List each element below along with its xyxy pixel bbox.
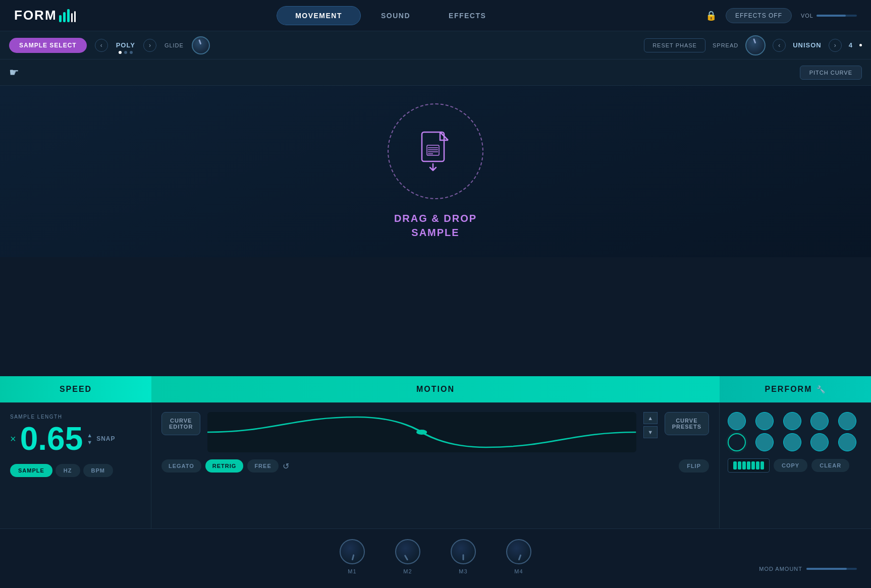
clear-button[interactable]: CLEAR (811, 459, 849, 472)
speed-arrows: ▲ ▼ (87, 433, 92, 445)
pad-1-3[interactable] (783, 412, 801, 430)
mod-m3: M3 (451, 539, 476, 574)
curve-display (207, 412, 636, 452)
unison-label: UNISON (793, 41, 822, 49)
pad-2-3[interactable] (783, 433, 801, 451)
sample-length-label: SAMPLE LENGTH (10, 414, 141, 420)
mode-buttons: SAMPLE HZ BPM (10, 464, 141, 477)
seg-bar-6 (756, 461, 759, 469)
glide-label: GLIDE (165, 42, 184, 48)
seg-bar-1 (733, 461, 737, 469)
mod-m1: M1 (340, 539, 365, 574)
logo-bar-5 (74, 11, 76, 22)
top-right-controls: 🔒 EFFECTS OFF VOL (705, 8, 857, 23)
poly-prev-button[interactable]: ‹ (95, 39, 108, 52)
snap-button[interactable]: SNAP (96, 435, 115, 442)
pad-1-1[interactable] (728, 412, 746, 430)
mod-m4: M4 (506, 539, 531, 574)
top-bar: FORM MOVEMENT SOUND EFFECTS 🔒 EFFECTS OF… (0, 0, 871, 31)
seg-bar-4 (747, 461, 750, 469)
bottom-section: SPEED MOTION PERFORM 🔧 SAMPLE LENGTH × 0… (0, 376, 871, 588)
sample-select-button[interactable]: SAMPLE SELECT (9, 38, 87, 53)
speed-value: 0.65 (20, 423, 83, 455)
tab-movement[interactable]: MOVEMENT (277, 6, 361, 25)
tab-sound[interactable]: SOUND (363, 6, 428, 25)
perform-bottom: COPY CLEAR (728, 458, 863, 473)
svg-point-6 (416, 430, 427, 435)
speed-content: SAMPLE LENGTH × 0.65 ▲ ▼ SNAP SAMPLE HZ … (0, 403, 151, 528)
retrig-button[interactable]: RETRIG (205, 459, 244, 473)
curve-svg (207, 412, 636, 452)
curve-up-button[interactable]: ▲ (643, 412, 658, 424)
seg-bar-5 (751, 461, 755, 469)
perform-tab[interactable]: PERFORM 🔧 (720, 376, 871, 402)
curve-nav-arrows: ▲ ▼ (643, 412, 658, 438)
reset-phase-button[interactable]: RESET PHASE (644, 38, 705, 52)
lock-icon: 🔒 (705, 10, 717, 21)
logo-bar-3 (67, 9, 70, 22)
speed-down-button[interactable]: ▼ (87, 440, 92, 445)
repeat-icon[interactable]: ↺ (283, 461, 289, 471)
speed-tab[interactable]: SPEED (0, 376, 151, 402)
curve-down-button[interactable]: ▼ (643, 426, 658, 438)
main-area: DRAG & DROP SAMPLE (0, 86, 871, 257)
tab-effects[interactable]: EFFECTS (430, 6, 504, 25)
perform-content: COPY CLEAR (720, 403, 871, 528)
unison-dots (859, 44, 862, 46)
pad-1-5[interactable] (838, 412, 856, 430)
spread-knob[interactable] (745, 35, 766, 55)
pad-2-4[interactable] (810, 433, 829, 451)
speed-up-button[interactable]: ▲ (87, 433, 92, 438)
glide-knob[interactable] (192, 36, 210, 54)
vol-label: VOL (801, 13, 813, 19)
pitch-curve-button[interactable]: PITCH CURVE (800, 66, 862, 80)
curve-editor-button[interactable]: CURVEEDITOR (161, 412, 200, 435)
seg-bar-2 (738, 461, 741, 469)
mod-label-m4: M4 (514, 568, 523, 574)
x-prefix: × (10, 433, 16, 445)
mod-amount-track[interactable] (806, 568, 857, 570)
legato-button[interactable]: LEGATO (161, 459, 201, 473)
mod-m2: M2 (395, 539, 420, 574)
unison-dot (859, 44, 862, 46)
mod-knob-m4[interactable] (506, 539, 531, 564)
dot-1 (119, 51, 122, 54)
pad-2-1[interactable] (728, 433, 746, 451)
cursor-icon: ☛ (9, 66, 19, 79)
pad-2-5[interactable] (838, 433, 856, 451)
unison-prev-button[interactable]: ‹ (773, 39, 786, 52)
controls-bar: SAMPLE SELECT ‹ POLY › GLIDE RESET PHASE… (0, 31, 871, 60)
mod-amount-label: MOD AMOUNT (759, 566, 802, 572)
vol-track[interactable] (816, 15, 857, 17)
flip-button[interactable]: FLIP (679, 459, 709, 473)
pad-2-2[interactable] (755, 433, 774, 451)
unison-next-button[interactable]: › (829, 39, 842, 52)
logo-bar-4 (71, 13, 73, 22)
svg-rect-0 (422, 132, 444, 161)
vol-control: VOL (801, 13, 857, 19)
pad-1-2[interactable] (755, 412, 774, 430)
mode-hz-button[interactable]: HZ (56, 464, 80, 477)
dot-3 (130, 51, 133, 54)
pad-1-4[interactable] (810, 412, 829, 430)
effects-off-button[interactable]: EFFECTS OFF (726, 8, 792, 23)
mode-sample-button[interactable]: SAMPLE (10, 464, 52, 477)
poly-dots (119, 51, 133, 54)
section-tabs: SPEED MOTION PERFORM 🔧 (0, 376, 871, 402)
motion-tab[interactable]: MOTION (151, 376, 720, 402)
poly-next-button[interactable]: › (143, 39, 156, 52)
logo-bar-1 (59, 15, 62, 22)
mod-label-m1: M1 (348, 568, 356, 574)
mod-knob-m3[interactable] (451, 539, 476, 564)
mod-knob-m1[interactable] (340, 539, 365, 564)
mod-knob-m2[interactable] (395, 539, 420, 564)
free-button[interactable]: FREE (247, 459, 278, 473)
mode-bpm-button[interactable]: BPM (83, 464, 113, 477)
drop-circle[interactable] (388, 103, 483, 199)
mod-amount-fill (806, 568, 847, 570)
curve-presets-button[interactable]: CURVEPRESETS (665, 412, 709, 435)
nav-tabs: MOVEMENT SOUND EFFECTS (277, 6, 504, 25)
copy-button[interactable]: COPY (774, 459, 807, 472)
drop-icon-wrap (418, 131, 453, 171)
logo-bar-2 (63, 12, 66, 22)
